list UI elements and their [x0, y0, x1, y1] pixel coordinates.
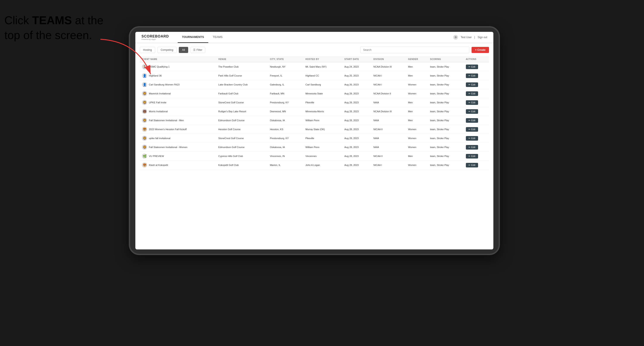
cell-scoring: team, Stroke Play [428, 143, 464, 152]
cell-actions: ✏ Edit [464, 107, 489, 116]
edit-label: Edit [471, 74, 476, 77]
create-button[interactable]: + Create [472, 47, 489, 53]
cell-actions: ✏ Edit [464, 161, 489, 170]
hosting-filter-btn[interactable]: Hosting [140, 47, 155, 53]
cell-start-date: Aug 28, 2023 [342, 116, 371, 125]
filter-icon-btn[interactable]: ☰ Filter [190, 47, 205, 53]
edit-icon: ✏ [468, 146, 470, 149]
team-icon: 👤 [142, 73, 147, 78]
cell-division: NICAA I [371, 80, 406, 89]
cell-division: NCAA Division III [371, 62, 406, 71]
cell-event-name: 🐯 2023 Women's Hesston Fall Kickoff [140, 125, 216, 134]
edit-button[interactable]: ✏ Edit [466, 118, 478, 123]
table-row: 🦁 Fall Statesmen Invitational - Women Ed… [140, 143, 489, 152]
edit-button[interactable]: ✏ Edit [466, 82, 478, 87]
edit-button[interactable]: ✏ Edit [466, 145, 478, 150]
cell-gender: Women [406, 161, 428, 170]
table-body: 🏌 MSMC Qualifying 1 The Powelton Club Ne… [140, 62, 489, 170]
search-input[interactable] [360, 47, 469, 53]
cell-scoring: team, Stroke Play [428, 116, 464, 125]
brand-sub: Powered by clippit [142, 38, 169, 40]
table-row: 👤 Carl Sandburg Women FA23 Lake Bracken … [140, 80, 489, 89]
all-filter-btn[interactable]: All [179, 47, 188, 53]
cell-venue: Hesston Golf Course [216, 125, 268, 134]
table-row: 👤 Highland 36 Park Hills Golf Course Fre… [140, 71, 489, 80]
edit-button[interactable]: ✏ Edit [466, 91, 478, 96]
edit-button[interactable]: ✏ Edit [466, 65, 478, 69]
instruction-line2: top of the screen. [4, 29, 92, 41]
edit-label: Edit [471, 110, 476, 113]
filter-icon: ☰ [193, 48, 196, 51]
table-row: 🐻 Morris Invitational Ruttger's Bay Lake… [140, 107, 489, 116]
col-start-date: START DATE [342, 56, 371, 62]
cell-venue: Faribault Golf Club [216, 89, 268, 98]
cell-hosted-by: Pikeville [303, 134, 342, 143]
cell-gender: Men [406, 98, 428, 107]
cell-actions: ✏ Edit [464, 89, 489, 98]
competing-filter-btn[interactable]: Competing [158, 47, 176, 53]
edit-icon: ✏ [468, 65, 470, 68]
edit-button[interactable]: ✏ Edit [466, 136, 478, 141]
cell-division: NAIA [371, 143, 406, 152]
settings-icon[interactable]: ⚙ [453, 35, 458, 40]
event-name-label: upike fall invitational [149, 137, 170, 140]
edit-label: Edit [471, 119, 476, 122]
team-icon: 🐯 [142, 163, 147, 168]
edit-button[interactable]: ✏ Edit [466, 127, 478, 132]
cell-city-state: Marion, IL [268, 161, 303, 170]
col-actions: ACTIONS [464, 56, 489, 62]
team-icon: 🦁 [142, 136, 147, 141]
cell-hosted-by: Carl Sandburg [303, 80, 342, 89]
edit-icon: ✏ [468, 155, 470, 158]
cell-actions: ✏ Edit [464, 62, 489, 71]
cell-start-date: Aug 26, 2023 [342, 80, 371, 89]
team-icon: 🌿 [142, 154, 147, 159]
user-name: Test User [460, 36, 472, 39]
cell-scoring: team, Stroke Play [428, 98, 464, 107]
cell-event-name: 🐻 Morris Invitational [140, 107, 216, 116]
cell-city-state: Faribault, MN [268, 89, 303, 98]
table-row: 🐯 2023 Women's Hesston Fall Kickoff Hess… [140, 125, 489, 134]
edit-button[interactable]: ✏ Edit [466, 154, 478, 159]
cell-scoring: team, Stroke Play [428, 134, 464, 143]
edit-label: Edit [471, 137, 476, 140]
cell-start-date: Aug 28, 2023 [342, 161, 371, 170]
table-row: 🦁 Fall Statesmen Invitational - Men Edmu… [140, 116, 489, 125]
edit-button[interactable]: ✏ Edit [466, 100, 478, 105]
nav-tournaments[interactable]: TOURNAMENTS [178, 32, 208, 43]
edit-icon: ✏ [468, 128, 470, 131]
cell-actions: ✏ Edit [464, 143, 489, 152]
cell-division: NICAA I [371, 161, 406, 170]
cell-venue: StoneCrest Golf Course [216, 134, 268, 143]
filter-bar: Hosting Competing All ☰ Filter + Create [140, 47, 489, 53]
cell-gender: Women [406, 125, 428, 134]
cell-hosted-by: Pikeville [303, 98, 342, 107]
edit-button[interactable]: ✏ Edit [466, 73, 478, 78]
edit-label: Edit [471, 146, 476, 149]
cell-city-state: Prestonsburg, KY [268, 134, 303, 143]
brand-logo: SCOREBOARD Powered by clippit [142, 34, 169, 40]
table-container: EVENT NAME VENUE CITY, STATE HOSTED BY S… [140, 56, 489, 246]
team-icon: 👤 [142, 82, 147, 87]
cell-division: NICAA II [371, 152, 406, 161]
edit-icon: ✏ [468, 83, 470, 86]
tablet-frame: SCOREBOARD Powered by clippit TOURNAMENT… [129, 26, 500, 255]
cell-gender: Men [406, 71, 428, 80]
cell-venue: The Powelton Club [216, 62, 268, 71]
cell-division: NAIA [371, 116, 406, 125]
nav-teams[interactable]: TEAMS [208, 32, 227, 43]
cell-division: NICAA II [371, 125, 406, 134]
cell-start-date: Aug 28, 2023 [342, 107, 371, 116]
table-row: 🐯 Klash at Kokopelli Kokopelli Golf Club… [140, 161, 489, 170]
cell-venue: Ruttger's Bay Lake Resort [216, 107, 268, 116]
cell-start-date: Aug 28, 2023 [342, 98, 371, 107]
edit-button[interactable]: ✏ Edit [466, 109, 478, 114]
event-name-label: UPKE Fall Invite [149, 101, 166, 104]
edit-button[interactable]: ✏ Edit [466, 163, 478, 168]
cell-venue: Park Hills Golf Course [216, 71, 268, 80]
cell-hosted-by: William Penn [303, 143, 342, 152]
cell-event-name: 🦁 Maverick Invitational [140, 89, 216, 98]
cell-actions: ✏ Edit [464, 134, 489, 143]
cell-start-date: Aug 25, 2023 [342, 71, 371, 80]
sign-out-link[interactable]: Sign out [478, 36, 487, 39]
